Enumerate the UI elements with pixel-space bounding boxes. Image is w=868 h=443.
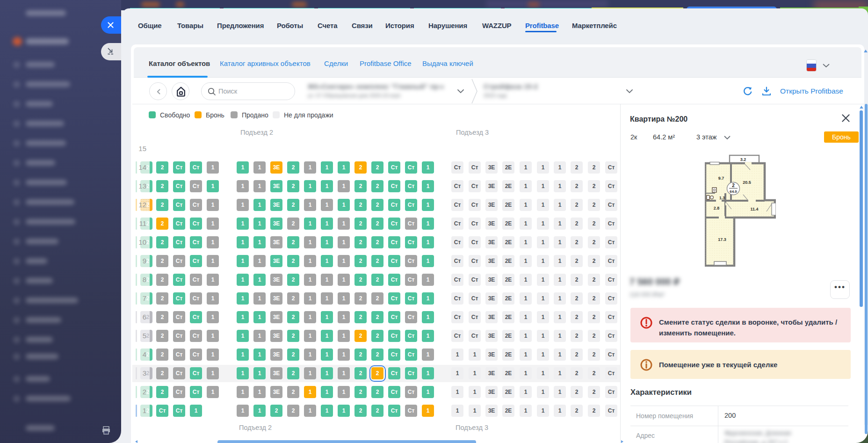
svg-text:64.0: 64.0 [730, 189, 737, 194]
svg-text:2: 2 [732, 183, 735, 188]
svg-text:2.8: 2.8 [714, 206, 720, 211]
svg-text:9.7: 9.7 [718, 176, 724, 181]
svg-text:3.2: 3.2 [740, 157, 746, 162]
svg-text:20.5: 20.5 [743, 180, 751, 185]
svg-text:11.4: 11.4 [750, 207, 758, 211]
svg-text:1.3: 1.3 [719, 196, 725, 200]
svg-text:17.3: 17.3 [718, 237, 726, 242]
